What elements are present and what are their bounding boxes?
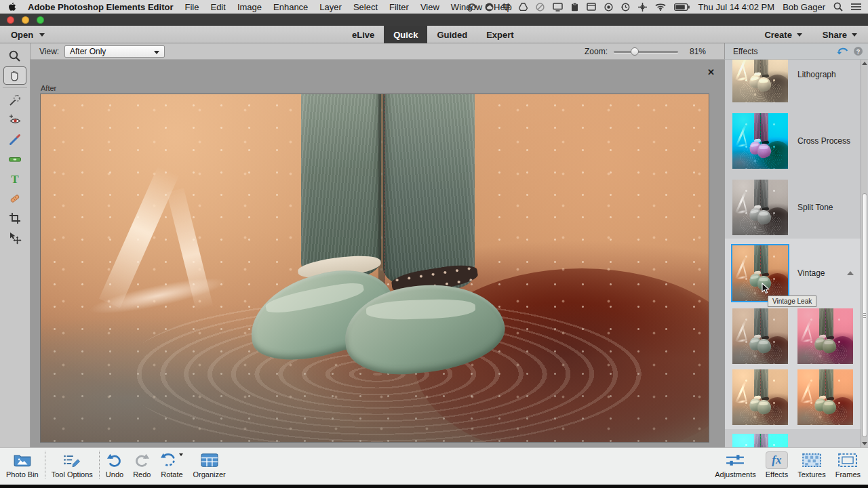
minimize-button[interactable]	[22, 16, 29, 24]
window-manager-icon[interactable]	[587, 3, 596, 11]
menu-layer[interactable]: Layer	[319, 2, 342, 12]
sync-icon[interactable]	[467, 3, 477, 12]
scroll-up-icon[interactable]	[862, 62, 867, 65]
effect-thumbnail-cross-process[interactable]	[732, 113, 788, 169]
crosshair-icon[interactable]	[638, 3, 647, 12]
view-dropdown[interactable]: After Only	[64, 45, 165, 58]
vintage-variant-3[interactable]	[732, 369, 788, 425]
organizer-button[interactable]: Organizer	[188, 450, 230, 479]
dropbox-icon[interactable]	[502, 3, 511, 12]
close-image-icon[interactable]: ✕	[707, 68, 715, 77]
notification-center-icon[interactable]	[851, 3, 861, 11]
scroll-down-icon[interactable]	[862, 442, 867, 445]
jeans-leg	[301, 94, 381, 279]
canvas-area[interactable]: After ✕	[31, 60, 724, 447]
rotate-button[interactable]: Rotate	[155, 450, 188, 479]
effects-scrollbar[interactable]	[861, 60, 867, 447]
redo-icon	[134, 451, 150, 470]
water-splash	[736, 399, 748, 404]
menu-filter[interactable]: Filter	[389, 2, 409, 12]
menu-bar-clock[interactable]: Thu Jul 14 4:02 PM	[698, 2, 774, 12]
hand-tool[interactable]	[3, 66, 26, 85]
display-icon[interactable]	[553, 3, 563, 12]
next-effect-thumbnail-partial[interactable]	[732, 434, 788, 447]
type-tool[interactable]: T	[3, 169, 26, 188]
undo-button[interactable]: Undo	[101, 450, 128, 479]
open-button[interactable]: Open	[11, 26, 45, 43]
tool-separator	[3, 87, 27, 88]
scrollbar-grip	[863, 313, 866, 314]
creative-cloud-icon[interactable]	[485, 3, 494, 12]
effect-row-split-tone[interactable]: Split Tone	[725, 174, 861, 240]
chevron-down-icon	[39, 33, 45, 37]
water-splash	[742, 62, 748, 81]
after-image[interactable]	[41, 94, 709, 442]
close-button[interactable]	[7, 16, 14, 24]
water-splash	[742, 260, 748, 279]
scrollbar-thumb[interactable]	[862, 193, 867, 437]
battery-icon[interactable]	[674, 3, 690, 11]
straighten-tool[interactable]	[3, 150, 26, 168]
spotlight-search-icon[interactable]	[833, 2, 843, 12]
photo-bin-icon	[13, 451, 32, 470]
red-eye-removal-tool[interactable]	[3, 110, 26, 129]
water-splash	[736, 76, 748, 81]
reset-effects-icon[interactable]	[837, 45, 848, 58]
menu-bar-user-name[interactable]: Bob Gager	[783, 2, 825, 12]
chevron-down-icon[interactable]	[179, 453, 183, 456]
disabled-item-icon[interactable]	[536, 3, 545, 12]
share-menu-button[interactable]: Share	[823, 30, 857, 40]
menu-view[interactable]: View	[420, 2, 439, 12]
tooltip: Vintage Leak	[768, 296, 816, 307]
crop-tool[interactable]	[3, 209, 26, 227]
jeans-leg	[754, 369, 761, 399]
menu-file[interactable]: File	[185, 2, 199, 12]
menu-edit[interactable]: Edit	[210, 2, 225, 12]
effect-thumbnail-vintage[interactable]	[732, 245, 788, 301]
effect-thumbnail-lithograph[interactable]	[732, 60, 788, 102]
effect-thumbnail-split-tone[interactable]	[732, 180, 788, 235]
tab-quick[interactable]: Quick	[384, 26, 427, 43]
app-name[interactable]: Adobe Photoshop Elements Editor	[28, 2, 174, 12]
time-machine-icon[interactable]	[621, 3, 630, 12]
create-menu-button[interactable]: Create	[764, 30, 802, 40]
whiten-teeth-tool[interactable]	[3, 130, 26, 148]
tab-guided[interactable]: Guided	[427, 26, 477, 43]
tool-options-button[interactable]: Tool Options	[47, 450, 98, 479]
zoom-button[interactable]	[37, 16, 44, 24]
menu-enhance[interactable]: Enhance	[273, 2, 308, 12]
effect-row-lithograph[interactable]: Lithograph	[725, 60, 861, 107]
screen-record-icon[interactable]	[604, 3, 613, 12]
textures-button[interactable]: Textures	[793, 450, 831, 479]
menu-select[interactable]: Select	[353, 2, 378, 12]
photo-bin-button[interactable]: Photo Bin	[1, 450, 43, 479]
move-tool[interactable]	[3, 228, 26, 247]
clipboard-icon[interactable]	[571, 3, 578, 12]
effect-row-cross-process[interactable]: Cross Process	[725, 108, 861, 174]
effects-panel: Lithograph Cross Process Split Tone	[724, 60, 868, 447]
collapse-variants-icon[interactable]	[847, 271, 854, 275]
tab-elive[interactable]: eLive	[342, 26, 384, 43]
tab-expert[interactable]: Expert	[477, 26, 523, 43]
frames-button[interactable]: Frames	[831, 450, 865, 479]
water-splash	[800, 320, 812, 342]
google-drive-icon[interactable]	[519, 3, 528, 11]
effects-button[interactable]: fx Effects	[761, 450, 793, 479]
redo-button[interactable]: Redo	[128, 450, 155, 479]
quick-selection-tool[interactable]	[3, 91, 26, 109]
vintage-variant-4[interactable]	[797, 369, 853, 425]
vintage-variant-1[interactable]	[732, 308, 788, 364]
adjustments-button[interactable]: Adjustments	[710, 450, 761, 479]
screen-bottom-edge	[0, 485, 868, 488]
zoom-slider-knob[interactable]	[631, 47, 639, 56]
spot-healing-brush-tool[interactable]	[3, 189, 26, 207]
menu-image[interactable]: Image	[237, 2, 262, 12]
wifi-icon[interactable]	[655, 3, 666, 11]
water-splash	[801, 399, 813, 404]
zoom-tool[interactable]	[3, 47, 26, 65]
help-icon[interactable]: ?	[854, 47, 863, 56]
photoshop-elements-window: Adobe Photoshop Elements Editor File Edi…	[0, 0, 868, 488]
vintage-variant-2[interactable]	[797, 308, 853, 364]
apple-menu-icon[interactable]	[8, 2, 16, 12]
zoom-slider[interactable]	[614, 51, 678, 53]
